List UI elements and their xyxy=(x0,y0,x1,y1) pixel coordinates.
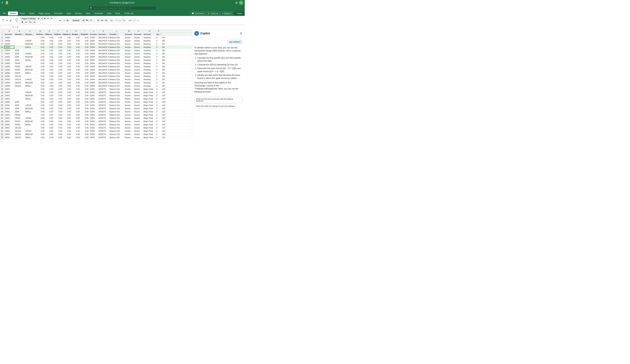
cell-7-O[interactable]: Heading xyxy=(143,52,156,55)
cell-13-H[interactable]: 0.00 xyxy=(72,71,80,74)
cell-7-I[interactable]: 0.00 xyxy=(80,52,89,55)
cell-4-D[interactable]: 0.00 xyxy=(36,42,45,45)
row-num-27[interactable]: 27 xyxy=(0,117,4,120)
cell-9-L[interactable]: Balance Sh( xyxy=(109,59,124,62)
cell-18-undefined[interactable]: AS! xyxy=(162,88,166,91)
cell-13-L[interactable]: Balance Sh( xyxy=(109,71,124,74)
cell-4-I[interactable]: 0.00 xyxy=(80,42,89,45)
cell-8-H[interactable]: 0.00 xyxy=(72,55,80,58)
cell-22-H[interactable]: 0.00 xyxy=(72,100,80,104)
cell-6-undefined[interactable]: BA xyxy=(162,49,166,52)
cell-12-E[interactable]: 0.00 xyxy=(45,68,54,71)
cell-3-A[interactable]: 10000 xyxy=(4,39,14,42)
cell-12-P[interactable]: 0 xyxy=(156,68,162,71)
col-header-E[interactable]: E xyxy=(45,29,54,33)
cell-21-K[interactable]: ASSETS xyxy=(98,97,109,100)
cell-12-undefined[interactable]: BA xyxy=(162,68,166,71)
cell-25-A[interactable]: 10001 xyxy=(4,110,14,113)
cell-13-N[interactable]: Assets xyxy=(134,71,143,74)
cell-3-K[interactable]: BALANCE S( xyxy=(98,39,109,42)
cell-20-L[interactable]: Balance Sh( xyxy=(109,94,124,97)
cell-16-J[interactable]: 10000 xyxy=(89,81,98,84)
cell-1-D[interactable]: NetChar...▾ xyxy=(36,33,45,36)
cell-31-O[interactable]: Begin-Total xyxy=(143,130,156,133)
cell-10-I[interactable]: 0.00 xyxy=(80,62,89,65)
redo-button[interactable]: ↪ xyxy=(5,19,8,22)
cell-2-G[interactable]: 0.00 xyxy=(63,36,72,39)
cell-30-K[interactable]: ASSETS xyxy=(98,126,109,129)
cell-4-J[interactable]: 10000 xyxy=(89,42,98,45)
cell-24-K[interactable]: ASSETS xyxy=(98,107,109,110)
row-num-13[interactable]: 13 xyxy=(0,71,4,75)
row-num-1[interactable]: 1 xyxy=(0,33,4,36)
cell-24-L[interactable]: Balance Sh( xyxy=(109,107,124,110)
cell-17-G[interactable]: 0.00 xyxy=(63,84,72,87)
cell-19-D[interactable]: 0.00 xyxy=(36,91,45,94)
cell-33-O[interactable]: Begin-Total xyxy=(143,136,156,139)
cell-22-A[interactable]: 10001 xyxy=(4,100,14,104)
settings-icon[interactable]: ⚙ xyxy=(235,1,238,4)
cell-8-B[interactable]: ADM xyxy=(14,55,25,58)
cell-28-L[interactable]: Balance Sh( xyxy=(109,120,124,123)
cell-15-I[interactable]: 0.00 xyxy=(80,78,89,81)
cell-12-L[interactable]: Balance Sh( xyxy=(109,68,124,71)
cell-7-F[interactable]: 0.00 xyxy=(54,52,63,55)
cell-11-K[interactable]: BALANCE S( xyxy=(98,65,109,68)
find-button[interactable]: 🔍▾ xyxy=(122,19,126,22)
cell-2-J[interactable]: 10000 xyxy=(89,36,98,39)
cell-1-M[interactable]: Account▾ xyxy=(124,33,134,36)
cell-28-I[interactable]: 0.00 xyxy=(80,120,89,123)
cell-8-C[interactable]: MEDIUM xyxy=(25,55,36,58)
cell-23-C[interactable]: LARGE xyxy=(25,104,36,107)
cell-33-K[interactable]: ASSETS xyxy=(98,136,109,139)
cell-30-J[interactable]: 10001 xyxy=(89,126,98,129)
row-num-20[interactable]: 20 xyxy=(0,94,4,97)
cell-30-N[interactable]: Assets xyxy=(134,126,143,129)
cell-24-M[interactable]: Assets xyxy=(124,107,134,110)
cell-12-B[interactable]: PROD xyxy=(14,68,25,71)
cell-14-I[interactable]: 0.00 xyxy=(80,75,89,78)
cell-24-A[interactable]: 10001 xyxy=(4,107,14,110)
cell-22-L[interactable]: Balance Sh( xyxy=(109,100,124,104)
cell-11-L[interactable]: Balance Sh( xyxy=(109,65,124,68)
cell-32-A[interactable]: 10001 xyxy=(4,133,14,136)
cell-15-J[interactable]: 10000 xyxy=(89,78,98,81)
cell-9-P[interactable]: 0 xyxy=(156,59,162,62)
ideas-button[interactable]: 📊▾ xyxy=(128,19,132,22)
cell-21-N[interactable]: Assets xyxy=(134,97,143,100)
cell-21-I[interactable]: 0.00 xyxy=(80,97,89,100)
col-header-N[interactable]: N xyxy=(134,29,143,33)
cell-1-O[interactable]: Account▾ xyxy=(143,33,156,36)
cell-7-E[interactable]: 0.00 xyxy=(45,52,54,55)
cell-10-L[interactable]: Balance Sh( xyxy=(109,62,124,65)
cell-22-N[interactable]: Assets xyxy=(134,100,143,104)
cell-20-D[interactable]: 0.00 xyxy=(36,94,45,97)
cell-31-M[interactable]: Assets xyxy=(124,130,134,133)
cell-24-O[interactable]: Begin-Total xyxy=(143,107,156,110)
row-num-8[interactable]: 8 xyxy=(0,55,4,59)
cell-27-F[interactable]: 0.00 xyxy=(54,117,63,120)
comments-button[interactable]: 💬 Comments xyxy=(190,12,205,15)
cell-20-E[interactable]: 0.00 xyxy=(45,94,54,97)
cell-22-G[interactable]: 0.00 xyxy=(63,100,72,104)
cell-9-M[interactable]: Assets xyxy=(124,59,134,62)
cell-13-E[interactable]: 0.00 xyxy=(45,71,54,74)
align-button[interactable]: ≡▾ xyxy=(58,19,62,22)
format-painter-button[interactable]: 🖌 xyxy=(9,19,12,22)
cell-20-B[interactable] xyxy=(14,94,25,97)
col-header-D[interactable]: D xyxy=(36,29,45,33)
cell-22-J[interactable]: 10001 xyxy=(89,100,98,104)
cell-18-G[interactable]: 0.00 xyxy=(63,88,72,91)
row-num-9[interactable]: 9 xyxy=(0,59,4,62)
cell-33-J[interactable]: 10001 xyxy=(89,136,98,139)
cell-7-D[interactable]: 0.00 xyxy=(36,52,45,55)
cell-17-H[interactable]: 0.00 xyxy=(72,84,80,87)
cell-32-G[interactable]: 0.00 xyxy=(63,133,72,136)
col-header-F[interactable]: F xyxy=(54,29,63,33)
cell-18-P[interactable]: 0 xyxy=(156,88,162,91)
cell-15-A[interactable]: 10000 xyxy=(4,78,14,81)
cell-32-C[interactable]: MEDIUM xyxy=(25,133,36,136)
cell-10-K[interactable]: BALANCE S( xyxy=(98,62,109,65)
cell-29-G[interactable]: 0.00 xyxy=(63,123,72,126)
cell-30-F[interactable]: 0.00 xyxy=(54,126,63,129)
